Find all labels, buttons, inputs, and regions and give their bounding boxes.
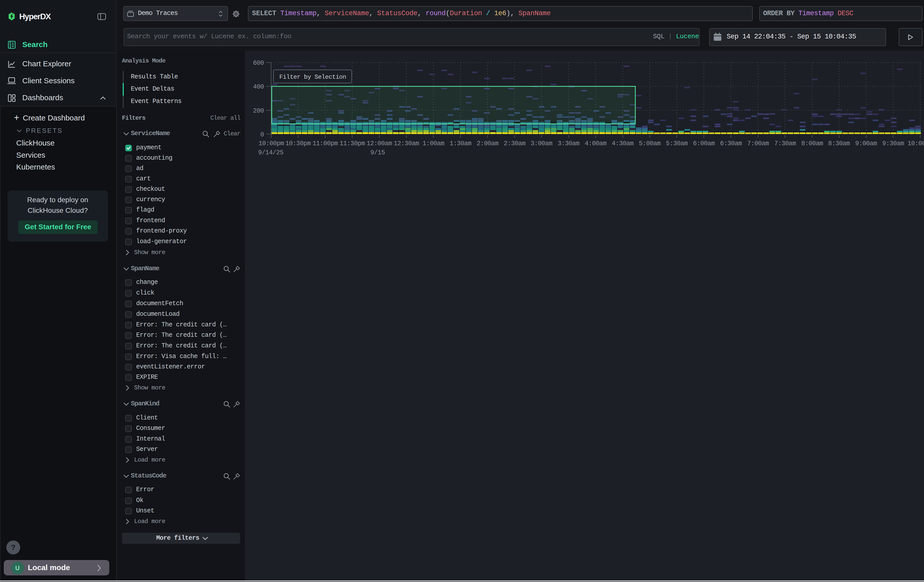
svg-text:6:00am: 6:00am: [693, 140, 715, 147]
svg-text:1:30am: 1:30am: [450, 140, 471, 147]
svg-text:0: 0: [260, 131, 264, 138]
svg-text:200: 200: [253, 107, 264, 115]
svg-text:7:30am: 7:30am: [774, 140, 796, 147]
svg-text:2:30am: 2:30am: [504, 140, 526, 147]
svg-text:10:00am: 10:00am: [908, 140, 924, 147]
svg-text:8:30am: 8:30am: [828, 140, 850, 147]
svg-text:12:00am: 12:00am: [366, 140, 392, 147]
svg-text:10:30pm: 10:30pm: [285, 140, 311, 147]
svg-text:5:30am: 5:30am: [666, 140, 688, 147]
svg-text:5:00am: 5:00am: [639, 140, 661, 147]
svg-text:400: 400: [253, 83, 264, 91]
svg-text:6:30am: 6:30am: [720, 140, 742, 147]
svg-text:600: 600: [253, 59, 264, 67]
svg-text:3:30am: 3:30am: [558, 140, 579, 147]
svg-text:7:00am: 7:00am: [747, 140, 769, 147]
svg-text:2:00am: 2:00am: [477, 140, 498, 147]
svg-text:8:00am: 8:00am: [801, 140, 823, 147]
svg-text:10:00pm: 10:00pm: [259, 140, 284, 147]
svg-text:9/14/25: 9/14/25: [258, 149, 283, 157]
svg-text:11:00pm: 11:00pm: [312, 140, 338, 147]
svg-text:Filter by Selection: Filter by Selection: [279, 74, 346, 81]
svg-text:1:00am: 1:00am: [422, 140, 444, 147]
svg-text:4:30am: 4:30am: [612, 140, 634, 147]
svg-text:9:30am: 9:30am: [882, 140, 904, 147]
svg-text:3:00am: 3:00am: [531, 140, 552, 147]
svg-text:12:30am: 12:30am: [394, 140, 419, 147]
svg-text:11:30pm: 11:30pm: [340, 140, 365, 147]
svg-text:9/15: 9/15: [370, 149, 385, 157]
svg-text:9:00am: 9:00am: [855, 140, 877, 147]
svg-text:4:00am: 4:00am: [585, 140, 606, 147]
